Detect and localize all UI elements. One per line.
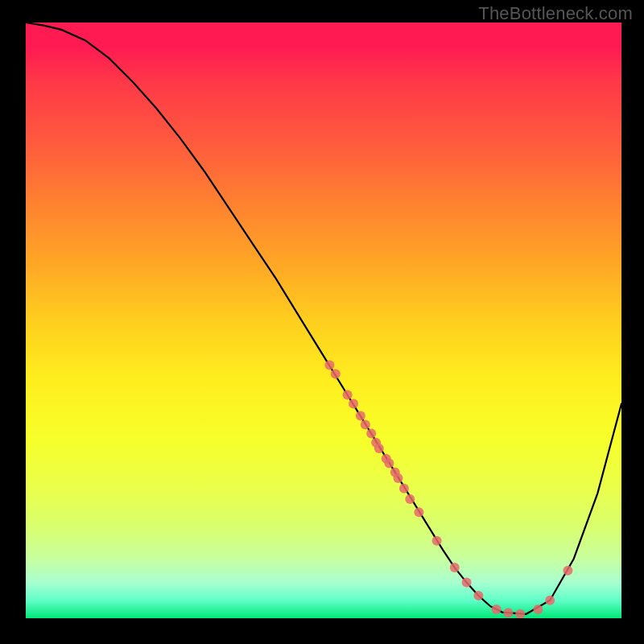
data-point — [366, 429, 376, 439]
data-point — [361, 420, 370, 430]
data-point — [533, 605, 543, 614]
data-point — [324, 361, 334, 370]
data-point — [374, 444, 384, 453]
data-point — [356, 411, 365, 420]
data-point — [414, 507, 423, 517]
data-point — [450, 563, 460, 572]
data-point — [331, 369, 341, 379]
data-point — [492, 605, 502, 614]
data-points — [324, 361, 572, 619]
chart-svg — [26, 23, 621, 618]
bottleneck-curve — [26, 23, 621, 614]
data-point — [563, 566, 572, 576]
data-point — [405, 494, 415, 504]
plot-area — [26, 23, 621, 618]
watermark-text: TheBottleneck.com — [478, 3, 633, 24]
data-point — [473, 591, 483, 601]
data-point — [503, 608, 513, 617]
data-point — [384, 459, 394, 469]
data-point — [545, 596, 555, 605]
data-point — [399, 484, 409, 493]
data-point — [343, 390, 353, 400]
data-point — [394, 473, 403, 483]
data-point — [432, 536, 442, 546]
data-point — [349, 399, 358, 409]
data-point — [515, 609, 525, 618]
data-point — [462, 578, 472, 588]
